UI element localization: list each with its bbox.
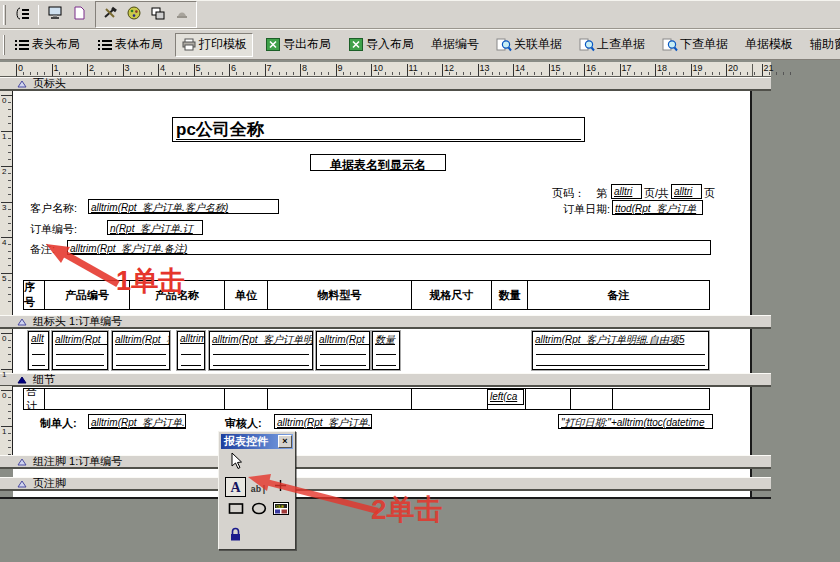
- group-field-1[interactable]: alltrim(Rpt_客户: [52, 331, 108, 370]
- group-field-4[interactable]: alltrim(Rpt_客户订单明细.物: [209, 331, 313, 370]
- band-bar-group-header[interactable]: 组标头 1:订单编号: [0, 315, 771, 329]
- band-bar-group-footer[interactable]: 组注脚 1:订单编号: [0, 455, 771, 469]
- palette-title: 报表控件: [224, 434, 268, 449]
- disabled-tool-icon: [175, 6, 189, 24]
- column-header-4[interactable]: 物料型号: [268, 280, 412, 310]
- order-date-field[interactable]: ttod(Rpt_客户订单: [612, 200, 703, 215]
- picture-ole-tool[interactable]: OLE: [270, 500, 291, 520]
- new-document-button[interactable]: [67, 3, 91, 26]
- company-title-field[interactable]: pc公司全称: [172, 117, 585, 142]
- column-header-3[interactable]: 单位: [225, 280, 268, 310]
- ruler-tick: [627, 72, 628, 75]
- total-cell-7[interactable]: [571, 388, 613, 410]
- field-expression: alltrim(Rpt_客户: [113, 332, 169, 347]
- ruler-tick: [8, 216, 11, 217]
- nav-button-9[interactable]: 单据模板: [740, 33, 798, 57]
- nav-button-5[interactable]: 单据编号: [426, 33, 484, 57]
- group-header-band[interactable]: alltalltrim(Rpt_客户alltrim(Rpt_客户alltrima…: [13, 329, 752, 373]
- column-header-0[interactable]: 序号: [23, 280, 45, 310]
- field-underline: [32, 365, 45, 366]
- total-cell-6[interactable]: [526, 388, 571, 410]
- ruler-tick: [8, 145, 11, 146]
- customer-name-field[interactable]: alltrim(Rpt_客户订单.客户名称): [88, 199, 279, 214]
- monitor-button[interactable]: [43, 3, 67, 26]
- rounded-rectangle-tool[interactable]: [248, 500, 269, 520]
- nav-button-4[interactable]: 导入布局: [343, 33, 419, 57]
- ruler-tick: [23, 72, 24, 75]
- nav-button-7[interactable]: 上查单据: [574, 33, 650, 57]
- page-number-field[interactable]: alltri: [611, 184, 642, 199]
- page-count-field[interactable]: alltri: [671, 184, 702, 199]
- total-cell-2[interactable]: [225, 388, 268, 410]
- close-icon[interactable]: ×: [278, 435, 292, 448]
- total-cell-0[interactable]: 合计: [23, 388, 45, 410]
- disabled-tool-button[interactable]: [170, 3, 194, 26]
- ruler-number: 5: [2, 274, 6, 283]
- nav-button-3[interactable]: 导出布局: [260, 33, 336, 57]
- auditor-field[interactable]: alltrim(Rpt_客户订单.审: [274, 414, 372, 429]
- nav-button-8[interactable]: 下查单据: [657, 33, 733, 57]
- rectangle-tool[interactable]: [225, 500, 246, 520]
- column-header-2[interactable]: 产品名称: [130, 280, 225, 310]
- order-no-field[interactable]: n(Rpt_客户订单.订: [107, 220, 203, 235]
- palette-button[interactable]: [122, 3, 146, 26]
- band-bar-page-header[interactable]: 页标头: [0, 77, 771, 91]
- group-field-5[interactable]: alltrim(Rpt_客: [316, 331, 370, 370]
- ruler-tick: [44, 72, 45, 75]
- nav-button-1[interactable]: 表体布局: [92, 33, 168, 57]
- toolbox-button[interactable]: [98, 3, 122, 26]
- total-cell-4[interactable]: [412, 388, 488, 410]
- ruler-tick: [8, 173, 11, 174]
- palette-title-bar[interactable]: 报表控件 ×: [221, 434, 293, 449]
- field-underline: [32, 354, 45, 355]
- select-pointer-tool[interactable]: [227, 454, 245, 472]
- data-environment-button[interactable]: [10, 3, 34, 26]
- toolbar-grip[interactable]: [3, 5, 6, 25]
- ruler-tick: [556, 72, 557, 75]
- report-name-field[interactable]: 单据表名到显示名: [310, 154, 446, 171]
- page-header-band[interactable]: pc公司全称 单据表名到显示名 页码： 第 alltri 页/共 alltri …: [13, 91, 752, 315]
- layout-button[interactable]: [146, 3, 170, 26]
- column-header-5[interactable]: 规格尺寸: [412, 280, 492, 310]
- band-bar-page-footer[interactable]: 页注脚: [0, 477, 771, 491]
- group-footer-band[interactable]: [13, 469, 752, 477]
- ruler-tick: [87, 64, 88, 76]
- group-field-7[interactable]: alltrim(Rpt_客户订单明细.自由项5: [532, 331, 709, 370]
- ruler-tick: [8, 340, 11, 341]
- field-tool[interactable]: ab|: [248, 477, 269, 497]
- button-lock-tool[interactable]: [226, 527, 244, 545]
- picture-ole-icon: OLE: [273, 501, 289, 519]
- label-tool[interactable]: A: [225, 477, 246, 497]
- column-header-6[interactable]: 数量: [492, 280, 528, 310]
- band-triangle-icon: [17, 480, 27, 488]
- remark-field[interactable]: alltrim(Rpt_客户订单.备注): [67, 240, 711, 255]
- column-header-1[interactable]: 产品编号: [45, 280, 130, 310]
- total-qty-field[interactable]: left(ca: [487, 389, 524, 405]
- group-field-6[interactable]: 数量: [372, 331, 400, 370]
- maker-field[interactable]: alltrim(Rpt_客户订单.制: [88, 414, 186, 429]
- nav-button-2[interactable]: 打印模板: [175, 33, 253, 57]
- group-field-3[interactable]: alltrim: [177, 331, 205, 370]
- total-cell-8[interactable]: [613, 388, 710, 410]
- nav-button-0[interactable]: 表头布局: [9, 33, 85, 57]
- total-cell-1[interactable]: [45, 388, 225, 410]
- column-header-7[interactable]: 备注: [528, 280, 710, 310]
- report-controls-palette[interactable]: 报表控件 × Aab|OLE: [218, 431, 296, 550]
- nav-button-6[interactable]: 关联单据: [491, 33, 567, 57]
- band-bar-detail[interactable]: 细节: [0, 373, 771, 387]
- group-field-0[interactable]: allt: [28, 331, 49, 370]
- ruler-tick: [8, 433, 11, 434]
- ruler-tick: [37, 72, 38, 75]
- total-cell-3[interactable]: [268, 388, 412, 410]
- print-date-field[interactable]: "打印日期:"+alltrim(ttoc(datetime: [558, 414, 713, 429]
- nav-button-10[interactable]: 辅助窗口: [805, 33, 840, 57]
- order-no-label: 订单编号:: [30, 222, 77, 237]
- searchdoc-icon: [662, 38, 678, 52]
- group-field-2[interactable]: alltrim(Rpt_客户: [112, 331, 170, 370]
- ruler-tick: [762, 64, 763, 76]
- line-tool[interactable]: [270, 477, 291, 497]
- ruler-number: 1: [2, 427, 6, 436]
- ruler-tick: [584, 64, 585, 76]
- detail-band[interactable]: 合计 left(ca 制单人: alltrim(Rpt_客户订单.制 审核人: …: [13, 386, 752, 455]
- toolbar-grip[interactable]: [3, 35, 5, 55]
